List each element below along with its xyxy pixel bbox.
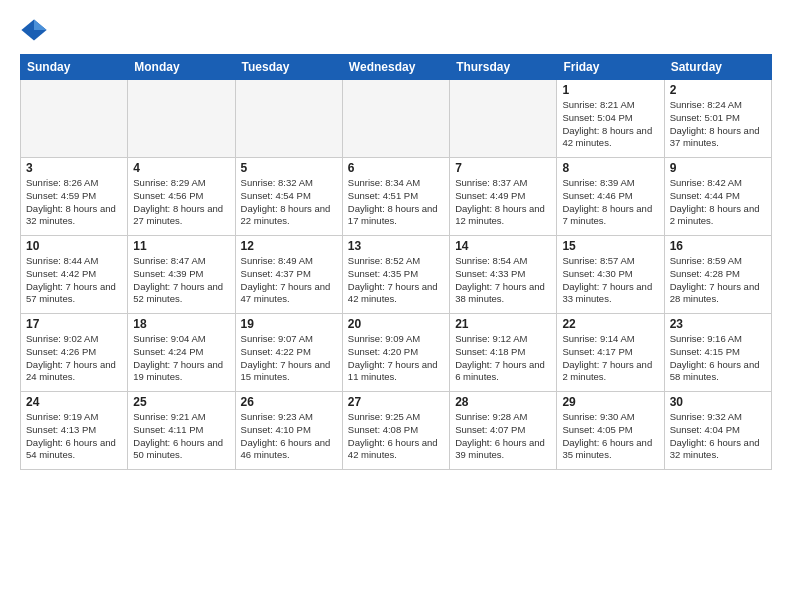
day-number: 12 xyxy=(241,239,337,253)
calendar-cell: 9Sunrise: 8:42 AM Sunset: 4:44 PM Daylig… xyxy=(664,158,771,236)
day-info: Sunrise: 9:04 AM Sunset: 4:24 PM Dayligh… xyxy=(133,333,229,384)
calendar-cell: 29Sunrise: 9:30 AM Sunset: 4:05 PM Dayli… xyxy=(557,392,664,470)
day-number: 27 xyxy=(348,395,444,409)
day-number: 6 xyxy=(348,161,444,175)
calendar-cell xyxy=(21,80,128,158)
day-number: 24 xyxy=(26,395,122,409)
calendar-cell: 20Sunrise: 9:09 AM Sunset: 4:20 PM Dayli… xyxy=(342,314,449,392)
weekday-sunday: Sunday xyxy=(21,55,128,80)
day-info: Sunrise: 9:30 AM Sunset: 4:05 PM Dayligh… xyxy=(562,411,658,462)
calendar-cell: 23Sunrise: 9:16 AM Sunset: 4:15 PM Dayli… xyxy=(664,314,771,392)
calendar-cell: 10Sunrise: 8:44 AM Sunset: 4:42 PM Dayli… xyxy=(21,236,128,314)
day-info: Sunrise: 9:09 AM Sunset: 4:20 PM Dayligh… xyxy=(348,333,444,384)
day-info: Sunrise: 9:16 AM Sunset: 4:15 PM Dayligh… xyxy=(670,333,766,384)
calendar-cell: 3Sunrise: 8:26 AM Sunset: 4:59 PM Daylig… xyxy=(21,158,128,236)
calendar-table: SundayMondayTuesdayWednesdayThursdayFrid… xyxy=(20,54,772,470)
calendar-cell: 14Sunrise: 8:54 AM Sunset: 4:33 PM Dayli… xyxy=(450,236,557,314)
day-number: 7 xyxy=(455,161,551,175)
calendar-cell: 11Sunrise: 8:47 AM Sunset: 4:39 PM Dayli… xyxy=(128,236,235,314)
calendar-cell: 17Sunrise: 9:02 AM Sunset: 4:26 PM Dayli… xyxy=(21,314,128,392)
calendar-cell xyxy=(342,80,449,158)
svg-marker-1 xyxy=(34,20,47,31)
day-number: 5 xyxy=(241,161,337,175)
calendar-cell: 24Sunrise: 9:19 AM Sunset: 4:13 PM Dayli… xyxy=(21,392,128,470)
calendar-cell: 13Sunrise: 8:52 AM Sunset: 4:35 PM Dayli… xyxy=(342,236,449,314)
day-info: Sunrise: 8:49 AM Sunset: 4:37 PM Dayligh… xyxy=(241,255,337,306)
day-number: 17 xyxy=(26,317,122,331)
day-number: 2 xyxy=(670,83,766,97)
calendar-cell: 21Sunrise: 9:12 AM Sunset: 4:18 PM Dayli… xyxy=(450,314,557,392)
day-number: 21 xyxy=(455,317,551,331)
week-row-4: 24Sunrise: 9:19 AM Sunset: 4:13 PM Dayli… xyxy=(21,392,772,470)
day-number: 28 xyxy=(455,395,551,409)
calendar-cell: 6Sunrise: 8:34 AM Sunset: 4:51 PM Daylig… xyxy=(342,158,449,236)
weekday-thursday: Thursday xyxy=(450,55,557,80)
day-info: Sunrise: 8:47 AM Sunset: 4:39 PM Dayligh… xyxy=(133,255,229,306)
calendar-cell: 25Sunrise: 9:21 AM Sunset: 4:11 PM Dayli… xyxy=(128,392,235,470)
day-number: 29 xyxy=(562,395,658,409)
calendar-cell: 18Sunrise: 9:04 AM Sunset: 4:24 PM Dayli… xyxy=(128,314,235,392)
day-number: 18 xyxy=(133,317,229,331)
calendar-header: SundayMondayTuesdayWednesdayThursdayFrid… xyxy=(21,55,772,80)
day-info: Sunrise: 9:12 AM Sunset: 4:18 PM Dayligh… xyxy=(455,333,551,384)
day-info: Sunrise: 9:28 AM Sunset: 4:07 PM Dayligh… xyxy=(455,411,551,462)
week-row-3: 17Sunrise: 9:02 AM Sunset: 4:26 PM Dayli… xyxy=(21,314,772,392)
day-info: Sunrise: 9:07 AM Sunset: 4:22 PM Dayligh… xyxy=(241,333,337,384)
day-number: 20 xyxy=(348,317,444,331)
calendar-cell: 27Sunrise: 9:25 AM Sunset: 4:08 PM Dayli… xyxy=(342,392,449,470)
weekday-monday: Monday xyxy=(128,55,235,80)
day-info: Sunrise: 8:42 AM Sunset: 4:44 PM Dayligh… xyxy=(670,177,766,228)
weekday-wednesday: Wednesday xyxy=(342,55,449,80)
day-number: 19 xyxy=(241,317,337,331)
day-number: 14 xyxy=(455,239,551,253)
day-info: Sunrise: 8:44 AM Sunset: 4:42 PM Dayligh… xyxy=(26,255,122,306)
day-info: Sunrise: 8:26 AM Sunset: 4:59 PM Dayligh… xyxy=(26,177,122,228)
day-number: 3 xyxy=(26,161,122,175)
day-number: 25 xyxy=(133,395,229,409)
calendar-cell: 28Sunrise: 9:28 AM Sunset: 4:07 PM Dayli… xyxy=(450,392,557,470)
calendar-cell: 8Sunrise: 8:39 AM Sunset: 4:46 PM Daylig… xyxy=(557,158,664,236)
calendar-body: 1Sunrise: 8:21 AM Sunset: 5:04 PM Daylig… xyxy=(21,80,772,470)
day-info: Sunrise: 9:19 AM Sunset: 4:13 PM Dayligh… xyxy=(26,411,122,462)
day-info: Sunrise: 8:52 AM Sunset: 4:35 PM Dayligh… xyxy=(348,255,444,306)
day-info: Sunrise: 9:23 AM Sunset: 4:10 PM Dayligh… xyxy=(241,411,337,462)
calendar-cell: 1Sunrise: 8:21 AM Sunset: 5:04 PM Daylig… xyxy=(557,80,664,158)
day-info: Sunrise: 8:54 AM Sunset: 4:33 PM Dayligh… xyxy=(455,255,551,306)
day-number: 9 xyxy=(670,161,766,175)
day-info: Sunrise: 8:57 AM Sunset: 4:30 PM Dayligh… xyxy=(562,255,658,306)
day-info: Sunrise: 9:02 AM Sunset: 4:26 PM Dayligh… xyxy=(26,333,122,384)
day-number: 1 xyxy=(562,83,658,97)
weekday-row: SundayMondayTuesdayWednesdayThursdayFrid… xyxy=(21,55,772,80)
day-number: 15 xyxy=(562,239,658,253)
calendar-cell: 16Sunrise: 8:59 AM Sunset: 4:28 PM Dayli… xyxy=(664,236,771,314)
page: SundayMondayTuesdayWednesdayThursdayFrid… xyxy=(0,0,792,612)
logo-icon xyxy=(20,16,48,44)
calendar-cell: 15Sunrise: 8:57 AM Sunset: 4:30 PM Dayli… xyxy=(557,236,664,314)
day-number: 4 xyxy=(133,161,229,175)
day-number: 22 xyxy=(562,317,658,331)
calendar-cell: 12Sunrise: 8:49 AM Sunset: 4:37 PM Dayli… xyxy=(235,236,342,314)
logo xyxy=(20,16,52,44)
calendar-cell xyxy=(450,80,557,158)
calendar-cell: 2Sunrise: 8:24 AM Sunset: 5:01 PM Daylig… xyxy=(664,80,771,158)
day-number: 26 xyxy=(241,395,337,409)
calendar-cell: 4Sunrise: 8:29 AM Sunset: 4:56 PM Daylig… xyxy=(128,158,235,236)
day-info: Sunrise: 9:21 AM Sunset: 4:11 PM Dayligh… xyxy=(133,411,229,462)
day-info: Sunrise: 8:21 AM Sunset: 5:04 PM Dayligh… xyxy=(562,99,658,150)
day-info: Sunrise: 8:24 AM Sunset: 5:01 PM Dayligh… xyxy=(670,99,766,150)
day-number: 10 xyxy=(26,239,122,253)
day-info: Sunrise: 8:34 AM Sunset: 4:51 PM Dayligh… xyxy=(348,177,444,228)
day-info: Sunrise: 8:59 AM Sunset: 4:28 PM Dayligh… xyxy=(670,255,766,306)
calendar-cell: 22Sunrise: 9:14 AM Sunset: 4:17 PM Dayli… xyxy=(557,314,664,392)
day-info: Sunrise: 8:37 AM Sunset: 4:49 PM Dayligh… xyxy=(455,177,551,228)
day-number: 13 xyxy=(348,239,444,253)
day-info: Sunrise: 8:32 AM Sunset: 4:54 PM Dayligh… xyxy=(241,177,337,228)
day-info: Sunrise: 8:29 AM Sunset: 4:56 PM Dayligh… xyxy=(133,177,229,228)
day-info: Sunrise: 9:25 AM Sunset: 4:08 PM Dayligh… xyxy=(348,411,444,462)
calendar-cell xyxy=(128,80,235,158)
weekday-saturday: Saturday xyxy=(664,55,771,80)
calendar-cell: 30Sunrise: 9:32 AM Sunset: 4:04 PM Dayli… xyxy=(664,392,771,470)
day-info: Sunrise: 9:14 AM Sunset: 4:17 PM Dayligh… xyxy=(562,333,658,384)
calendar-cell xyxy=(235,80,342,158)
day-info: Sunrise: 8:39 AM Sunset: 4:46 PM Dayligh… xyxy=(562,177,658,228)
